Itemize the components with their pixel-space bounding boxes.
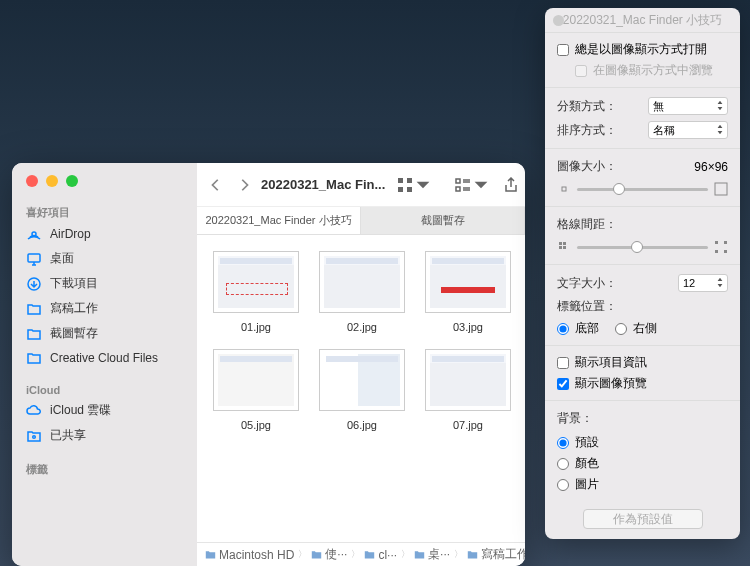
label-pos-right[interactable]: 右側	[615, 318, 657, 339]
chevron-down-icon	[473, 177, 489, 193]
file-thumbnail	[425, 251, 511, 313]
sidebar-item-label: 下載項目	[50, 275, 98, 292]
path-crumb[interactable]: 桌···	[414, 546, 450, 563]
shared-icon	[26, 428, 42, 444]
path-crumb[interactable]: 寫稿工作	[467, 546, 525, 563]
icon-size-slider[interactable]	[577, 182, 708, 196]
tab[interactable]: 20220321_Mac Finder 小技巧	[197, 207, 361, 234]
desktop-icon	[26, 251, 42, 267]
bg-default-radio[interactable]: 預設	[557, 432, 728, 453]
minimize-window[interactable]	[46, 175, 58, 187]
panel-title-bar: 20220321_Mac Finder 小技巧	[545, 8, 740, 32]
large-icon	[714, 182, 728, 196]
always-open-icon-checkbox[interactable]: 總是以圖像顯示方式打開	[557, 39, 728, 60]
svg-rect-5	[407, 178, 412, 183]
browse-icon-checkbox: 在圖像顯示方式中瀏覽	[557, 60, 728, 81]
close-window[interactable]	[26, 175, 38, 187]
path-crumb[interactable]: 使···	[311, 546, 347, 563]
sidebar-item[interactable]: iCloud 雲碟	[12, 398, 197, 423]
sidebar-item-label: 寫稿工作	[50, 300, 98, 317]
file-name: 07.jpg	[453, 419, 483, 431]
svg-rect-15	[715, 183, 727, 195]
window-controls	[12, 175, 197, 201]
wide-grid-icon	[714, 240, 728, 254]
downloads-icon	[26, 276, 42, 292]
sidebar-item[interactable]: Creative Cloud Files	[12, 346, 197, 370]
forward-icon[interactable]	[237, 178, 251, 192]
airdrop-icon	[26, 226, 42, 242]
sidebar-item[interactable]: 寫稿工作	[12, 296, 197, 321]
back-icon[interactable]	[209, 178, 223, 192]
chevron-down-icon	[415, 177, 431, 193]
sidebar-item-label: AirDrop	[50, 227, 91, 241]
use-as-defaults-button[interactable]: 作為預設值	[583, 509, 703, 529]
svg-point-3	[33, 435, 36, 438]
file-name: 01.jpg	[241, 321, 271, 333]
file-thumbnail	[319, 251, 405, 313]
sidebar-item[interactable]: 截圖暫存	[12, 321, 197, 346]
file-thumbnail	[213, 349, 299, 411]
svg-rect-14	[562, 187, 566, 191]
file-item[interactable]: 07.jpg	[425, 349, 511, 431]
sidebar-item-label: 桌面	[50, 250, 74, 267]
file-name: 02.jpg	[347, 321, 377, 333]
tab[interactable]: 截圖暫存	[361, 207, 525, 234]
sidebar-item[interactable]: 桌面	[12, 246, 197, 271]
file-grid: 01.jpg02.jpg03.jpg05.jpg06.jpg07.jpg	[197, 235, 525, 542]
file-item[interactable]: 01.jpg	[213, 251, 299, 333]
sidebar-item[interactable]: AirDrop	[12, 222, 197, 246]
sidebar: 喜好項目 AirDrop桌面下載項目寫稿工作截圖暫存Creative Cloud…	[12, 163, 197, 566]
path-crumb[interactable]: cl···	[364, 548, 397, 562]
svg-rect-21	[724, 241, 727, 244]
file-item[interactable]: 02.jpg	[319, 251, 405, 333]
svg-rect-8	[456, 179, 460, 183]
show-icon-preview-checkbox[interactable]: 顯示圖像預覽	[557, 373, 728, 394]
sidebar-heading-favorites: 喜好項目	[12, 201, 197, 222]
svg-rect-6	[398, 187, 403, 192]
svg-rect-7	[407, 187, 412, 192]
close-panel[interactable]	[553, 15, 564, 26]
file-name: 06.jpg	[347, 419, 377, 431]
folder-icon	[26, 301, 42, 317]
background-label: 背景：	[557, 410, 593, 427]
sort-by-select[interactable]: 無	[648, 97, 728, 115]
finder-window: 喜好項目 AirDrop桌面下載項目寫稿工作截圖暫存Creative Cloud…	[12, 163, 525, 566]
svg-rect-1	[28, 254, 40, 262]
bg-picture-radio[interactable]: 圖片	[557, 474, 728, 495]
share-button[interactable]	[501, 175, 521, 195]
path-crumb[interactable]: Macintosh HD	[205, 548, 294, 562]
group-by-button[interactable]	[453, 175, 491, 195]
view-as-button[interactable]	[395, 175, 433, 195]
sidebar-heading-icloud: iCloud	[12, 380, 197, 398]
file-thumbnail	[425, 349, 511, 411]
file-item[interactable]: 06.jpg	[319, 349, 405, 431]
file-item[interactable]: 03.jpg	[425, 251, 511, 333]
svg-rect-4	[398, 178, 403, 183]
sidebar-item[interactable]: 下載項目	[12, 271, 197, 296]
svg-rect-23	[724, 250, 727, 253]
show-item-info-checkbox[interactable]: 顯示項目資訊	[557, 352, 728, 373]
sidebar-item-label: iCloud 雲碟	[50, 402, 111, 419]
svg-rect-9	[456, 187, 460, 191]
icon-size-value: 96×96	[694, 160, 728, 174]
svg-rect-22	[715, 250, 718, 253]
file-name: 03.jpg	[453, 321, 483, 333]
tab-bar: 20220321_Mac Finder 小技巧截圖暫存	[197, 207, 525, 235]
sidebar-item-label: 截圖暫存	[50, 325, 98, 342]
view-options-panel: 20220321_Mac Finder 小技巧 總是以圖像顯示方式打開 在圖像顯…	[545, 8, 740, 539]
main-pane: 20220321_Mac Fin... 20220321_Mac Finder …	[197, 163, 525, 566]
sidebar-item[interactable]: 已共享	[12, 423, 197, 448]
sidebar-heading-tags: 標籤	[12, 458, 197, 479]
path-bar: Macintosh HD〉使···〉cl···〉桌···〉寫稿工作〉202203…	[197, 542, 525, 566]
maximize-window[interactable]	[66, 175, 78, 187]
label-pos-bottom[interactable]: 底部	[557, 318, 599, 339]
grid-spacing-label: 格線間距：	[557, 216, 617, 233]
folder-icon	[26, 350, 42, 366]
svg-rect-19	[563, 246, 566, 249]
bg-color-radio[interactable]: 顏色	[557, 453, 728, 474]
order-by-select[interactable]: 名稱	[648, 121, 728, 139]
grid-spacing-slider[interactable]	[577, 240, 708, 254]
text-size-select[interactable]: 12	[678, 274, 728, 292]
svg-rect-18	[559, 246, 562, 249]
file-item[interactable]: 05.jpg	[213, 349, 299, 431]
